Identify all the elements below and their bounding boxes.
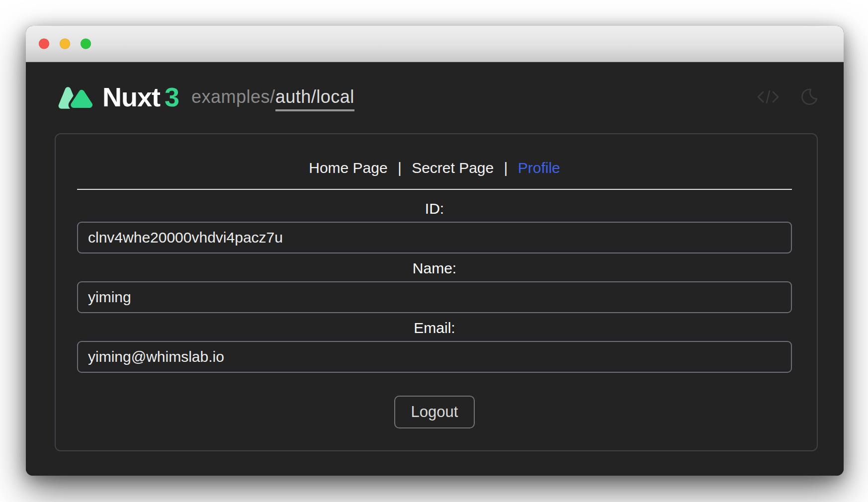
close-window-button[interactable]	[39, 39, 49, 49]
code-icon[interactable]	[757, 88, 779, 105]
nav-link-home-page[interactable]: Home Page	[309, 160, 387, 176]
page-content: Nuxt 3 examples/auth/local Home Page | S…	[26, 82, 844, 476]
breadcrumb-link[interactable]: auth/local	[275, 86, 354, 111]
breadcrumb-prefix: examples/	[191, 86, 275, 107]
breadcrumb: examples/auth/local	[191, 86, 354, 107]
nav-separator: |	[398, 160, 402, 176]
nav-link-secret-page[interactable]: Secret Page	[412, 160, 494, 176]
maximize-window-button[interactable]	[81, 39, 91, 49]
profile-card: Home Page | Secret Page | Profile ID: Na…	[55, 133, 818, 451]
button-row: Logout	[77, 396, 792, 428]
nuxt-logo-link[interactable]: Nuxt 3	[55, 82, 179, 112]
name-input[interactable]	[77, 281, 792, 313]
traffic-lights	[39, 39, 91, 49]
logout-button[interactable]: Logout	[394, 396, 475, 428]
moon-icon[interactable]	[800, 87, 818, 106]
brand-version: 3	[165, 82, 179, 112]
minimize-window-button[interactable]	[60, 39, 70, 49]
brand-name: Nuxt	[102, 82, 160, 112]
nav-divider	[77, 189, 792, 190]
page-nav: Home Page | Secret Page | Profile	[77, 159, 792, 177]
nav-link-profile[interactable]: Profile	[518, 160, 560, 176]
site-header: Nuxt 3 examples/auth/local	[55, 82, 818, 112]
email-input[interactable]	[77, 341, 792, 373]
email-label: Email:	[77, 319, 792, 337]
nuxt-mountains-icon	[55, 83, 93, 111]
id-input[interactable]	[77, 222, 792, 253]
browser-window: Nuxt 3 examples/auth/local Home Page | S…	[26, 26, 844, 476]
window-titlebar	[26, 26, 844, 62]
nav-separator: |	[504, 160, 508, 176]
id-label: ID:	[77, 200, 792, 218]
name-label: Name:	[77, 259, 792, 277]
